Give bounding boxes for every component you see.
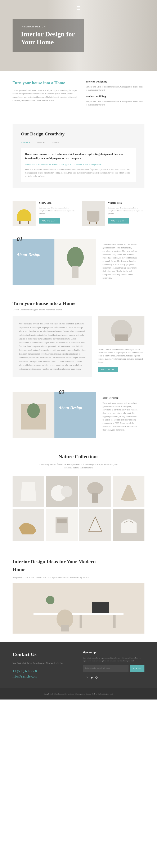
add-to-cart-button[interactable]: ADD TO CART <box>39 218 60 223</box>
intro-section: Turn your house into a Home Lorem ipsum … <box>0 71 157 118</box>
nature-title: Nature Collections <box>12 453 145 461</box>
about-design-2: 02 About Design about workshop The event… <box>0 385 157 444</box>
nature-section: Nature Collections Celebrating nature's … <box>0 444 157 549</box>
intro-item-heading: Modern Building <box>86 94 145 99</box>
svg-rect-29 <box>12 583 145 633</box>
ideas-section: Interior Design Ideas for Your Modern Ho… <box>0 549 157 642</box>
contact-address: New York, 4140 Parker Rd. Allentown, New… <box>12 662 74 665</box>
products-row: Yellow Sofa Duis aute irure dolor in rep… <box>0 195 157 232</box>
svg-rect-34 <box>61 625 69 631</box>
intro-item-text: Sample text. Click to select the text bo… <box>86 85 145 91</box>
instagram-icon[interactable]: ◎ <box>95 675 98 680</box>
svg-rect-4 <box>89 222 90 224</box>
intro-body: Lorem ipsum dolor sit amet, consectetur … <box>12 89 77 102</box>
tab-link[interactable]: Sample text. Click to select the text bo… <box>25 163 132 166</box>
turn-right-desc: Mauris rhoncus aenean vel elit scelerisq… <box>98 348 145 364</box>
tab-content: Brave is an innovative web solution, whi… <box>21 148 136 182</box>
svg-point-20 <box>87 482 103 495</box>
product-desc: Duis aute irure dolor in reprehenderit i… <box>108 207 145 215</box>
svg-point-14 <box>27 403 40 418</box>
nature-item[interactable] <box>46 476 78 507</box>
svg-rect-32 <box>113 615 116 628</box>
turn-house-section: Turn your house into a Home Modern Décor… <box>0 291 157 385</box>
tab-elevation[interactable]: Elevation <box>21 141 30 145</box>
svg-rect-1 <box>19 221 21 224</box>
hero-eyebrow: INTERIOR DESIGN <box>21 25 75 28</box>
svg-rect-2 <box>28 221 29 224</box>
nature-item[interactable] <box>46 509 78 541</box>
svg-rect-35 <box>92 602 109 613</box>
contact-phone[interactable]: +1 (555) 656 77 89 <box>12 668 74 674</box>
svg-rect-8 <box>72 266 78 278</box>
social-icons: f ✕ 𝒑 ◎ <box>83 675 145 680</box>
twitter-icon[interactable]: ✕ <box>86 675 89 680</box>
ideas-image <box>12 583 145 633</box>
product-image <box>12 201 36 226</box>
svg-rect-21 <box>92 493 98 502</box>
about-image <box>55 239 96 285</box>
tab-founder[interactable]: Founder <box>37 141 45 145</box>
nature-item[interactable] <box>12 476 44 507</box>
about-number: 01 <box>17 235 23 244</box>
hero-section: ☰ INTERIOR DESIGN Interior Design for Yo… <box>0 0 157 71</box>
about-number: 02 <box>59 388 64 397</box>
contact-title: Contact Us <box>12 650 74 658</box>
submit-button[interactable]: SUBMIT <box>130 665 145 672</box>
read-more-button[interactable]: READ MORE <box>98 367 118 372</box>
menu-icon[interactable]: ☰ <box>76 4 81 12</box>
svg-rect-30 <box>33 613 124 615</box>
about-image <box>12 392 55 438</box>
nature-item[interactable] <box>79 509 111 541</box>
nature-item[interactable] <box>113 509 145 541</box>
nature-item[interactable] <box>12 509 44 541</box>
product-card: Yellow Sofa Duis aute irure dolor in rep… <box>12 201 75 226</box>
svg-rect-11 <box>115 335 128 341</box>
svg-point-36 <box>46 596 55 604</box>
nature-grid <box>12 476 145 541</box>
footer: Sample text. Click to select the text bo… <box>0 688 157 700</box>
product-title: Vintage Sofa <box>108 201 145 205</box>
tab-heading: Brave is an innovative web solution, whi… <box>25 152 132 161</box>
turn-image <box>98 316 145 345</box>
signup-desc: Duis aute irure dolor in reprehenderit i… <box>83 657 145 662</box>
about-text: The event was a success, and we realized… <box>96 239 145 285</box>
workshop-label: about workshop <box>102 396 138 400</box>
creativity-title: Our Design Creativity <box>21 130 136 137</box>
nature-item[interactable] <box>113 476 145 507</box>
ideas-title: Interior Design Ideas for Your Modern Ho… <box>12 558 96 574</box>
hero-overlay: INTERIOR DESIGN Interior Design for Your… <box>12 19 84 53</box>
hero-title: Interior Design for Your Home <box>21 30 75 46</box>
turn-subtitle: Modern Décor for helping you achieve you… <box>12 308 145 311</box>
ideas-subtitle: Sample text. Click to select the text bo… <box>12 576 145 579</box>
contact-section: Contact Us New York, 4140 Parker Rd. All… <box>0 642 157 688</box>
email-input[interactable] <box>83 665 128 672</box>
contact-email[interactable]: info@sample.com <box>12 674 74 679</box>
signup-title: Sign me up! <box>83 650 145 655</box>
svg-rect-26 <box>57 519 67 524</box>
turn-title: Turn your house into a Home <box>12 299 145 307</box>
add-to-cart-button[interactable]: ADD TO CART <box>108 218 129 223</box>
svg-rect-5 <box>96 222 97 224</box>
facebook-icon[interactable]: f <box>83 675 84 680</box>
intro-item-heading: Interior Designing <box>86 80 145 84</box>
nature-item[interactable] <box>79 476 111 507</box>
intro-item-text: Sample text. Click to select the text bo… <box>86 100 145 106</box>
svg-point-7 <box>67 247 84 268</box>
product-desc: Duis aute irure dolor in reprehenderit i… <box>39 207 75 215</box>
product-title: Yellow Sofa <box>39 201 75 205</box>
product-image <box>82 201 105 226</box>
svg-point-18 <box>61 486 72 497</box>
about-design-1: 01 About Design The event was a success,… <box>0 232 157 291</box>
tab-mission[interactable]: Mission <box>52 141 59 145</box>
footer-text: Sample text. Click to select the text bo… <box>44 693 113 695</box>
intro-title: Turn your house into a Home <box>12 80 77 86</box>
about-text: about workshop The event was a success, … <box>96 392 145 438</box>
creativity-section: Our Design Creativity Elevation Founder … <box>12 124 145 188</box>
nature-subtitle: Celebrating nature's formations. Taking … <box>37 463 120 469</box>
product-card: Vintage Sofa Duis aute irure dolor in re… <box>82 201 145 226</box>
tab-body: Duis aute irure dolor in reprehenderit i… <box>25 168 132 178</box>
pinterest-icon[interactable]: 𝒑 <box>91 675 93 680</box>
about-label: 02 About Design <box>55 392 96 438</box>
about-label: 01 About Design <box>12 239 55 285</box>
turn-body: Nunc eu feugiat pretium nibh ipsum conse… <box>12 316 92 377</box>
